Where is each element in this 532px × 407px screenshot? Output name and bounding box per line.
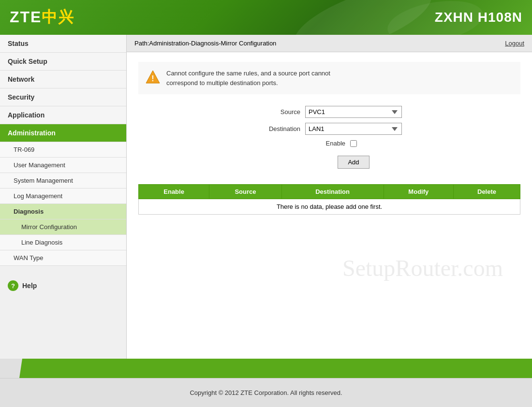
mirror-config-table: Enable Source Destination Modify Delete … (138, 184, 520, 215)
main-wrapper: Status Quick Setup Network Security Appl… (0, 35, 532, 359)
sidebar-item-administration[interactable]: Administration (0, 124, 126, 142)
help-label: Help (22, 282, 37, 290)
sidebar-item-security[interactable]: Security (0, 88, 126, 106)
destination-label: Destination (257, 125, 305, 132)
enable-checkbox[interactable] (350, 140, 357, 147)
col-source: Source (209, 185, 282, 199)
form-section: Source PVC1 PVC2 LAN1 LAN2 Destination L… (138, 106, 520, 176)
warning-box: ! Cannot configure the same rules, and a… (138, 62, 520, 94)
sidebar-item-system-management[interactable]: System Management (0, 173, 126, 189)
sidebar: Status Quick Setup Network Security Appl… (0, 35, 127, 359)
sidebar-item-quick-setup[interactable]: Quick Setup (0, 53, 126, 71)
source-label: Source (257, 108, 305, 116)
destination-select[interactable]: LAN1 LAN2 LAN3 LAN4 (305, 123, 402, 135)
footer: Copyright © 2012 ZTE Corporation. All ri… (0, 378, 532, 407)
logo: ZTE中兴 (10, 7, 74, 28)
col-delete: Delete (454, 185, 520, 199)
sidebar-item-tr069[interactable]: TR-069 (0, 142, 126, 158)
warning-text: Cannot configure the same rules, and a s… (166, 69, 330, 87)
empty-message: There is no data, please add one first. (139, 199, 520, 215)
help-icon: ? (8, 280, 18, 291)
watermark: SetupRouter.com (342, 255, 503, 281)
content: Path:Administration-Diagnosis-Mirror Con… (127, 35, 532, 359)
table-empty-row: There is no data, please add one first. (139, 199, 520, 215)
sidebar-item-line-diagnosis[interactable]: Line Diagnosis (0, 235, 126, 250)
destination-row: Destination LAN1 LAN2 LAN3 LAN4 (138, 123, 520, 135)
header: ZTE中兴 ZXHN H108N (0, 0, 532, 35)
bottom-bar (0, 359, 532, 378)
col-destination: Destination (281, 185, 384, 199)
col-enable: Enable (139, 185, 209, 199)
copyright: Copyright © 2012 ZTE Corporation. All ri… (190, 389, 342, 396)
logout-button[interactable]: Logout (505, 40, 524, 47)
sidebar-item-application[interactable]: Application (0, 106, 126, 124)
sidebar-item-network[interactable]: Network (0, 71, 126, 88)
col-modify: Modify (384, 185, 453, 199)
sidebar-item-status[interactable]: Status (0, 35, 126, 53)
svg-text:!: ! (151, 74, 154, 83)
sidebar-help[interactable]: ? Help (0, 271, 126, 301)
warning-icon: ! (145, 70, 161, 85)
source-select[interactable]: PVC1 PVC2 LAN1 LAN2 (305, 106, 402, 118)
sidebar-item-diagnosis[interactable]: Diagnosis (0, 204, 126, 219)
sidebar-item-wan-type[interactable]: WAN Type (0, 250, 126, 266)
enable-label: Enable (302, 140, 350, 147)
path-bar: Path:Administration-Diagnosis-Mirror Con… (127, 35, 532, 52)
content-wrapper: ! Cannot configure the same rules, and a… (127, 52, 532, 359)
breadcrumb: Path:Administration-Diagnosis-Mirror Con… (134, 40, 276, 47)
content-body: ! Cannot configure the same rules, and a… (127, 52, 532, 224)
source-row: Source PVC1 PVC2 LAN1 LAN2 (138, 106, 520, 118)
sidebar-item-mirror-configuration[interactable]: Mirror Configuration (0, 219, 126, 235)
add-button[interactable]: Add (338, 156, 369, 169)
enable-row: Enable (138, 140, 520, 147)
diagonal-stripe (19, 359, 34, 378)
add-row: Add (138, 152, 520, 176)
sidebar-item-user-management[interactable]: User Management (0, 158, 126, 173)
device-name: ZXHN H108N (435, 10, 522, 25)
sidebar-item-log-management[interactable]: Log Management (0, 189, 126, 204)
